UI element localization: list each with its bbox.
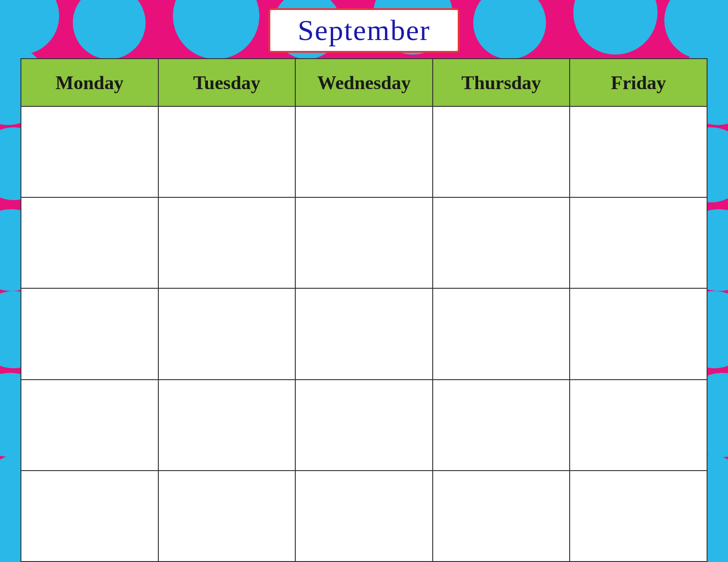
cell-row2-mon[interactable] — [21, 197, 158, 288]
cell-row5-tue[interactable] — [158, 471, 296, 562]
month-title-container: September — [268, 8, 460, 53]
calendar-row-3 — [21, 288, 707, 379]
cell-row1-wed[interactable] — [295, 106, 433, 197]
cell-row2-fri[interactable] — [570, 197, 707, 288]
header-wednesday: Wednesday — [295, 59, 433, 106]
cell-row2-wed[interactable] — [295, 197, 433, 288]
cell-row2-thu[interactable] — [433, 197, 570, 288]
cell-row5-thu[interactable] — [433, 471, 570, 562]
header-friday: Friday — [570, 59, 707, 106]
header-monday: Monday — [21, 59, 158, 106]
cell-row4-wed[interactable] — [295, 380, 433, 471]
calendar-grid: Monday Tuesday Wednesday Thursday Friday — [20, 58, 708, 562]
cell-row5-mon[interactable] — [21, 471, 158, 562]
header-thursday: Thursday — [433, 59, 570, 106]
cell-row3-thu[interactable] — [433, 288, 570, 379]
month-title: September — [298, 14, 430, 46]
calendar-row-4 — [21, 380, 707, 471]
cell-row1-fri[interactable] — [570, 106, 707, 197]
cell-row2-tue[interactable] — [158, 197, 296, 288]
calendar-row-1 — [21, 106, 707, 197]
cell-row5-fri[interactable] — [570, 471, 707, 562]
calendar-header-row: Monday Tuesday Wednesday Thursday Friday — [21, 59, 707, 106]
cell-row3-wed[interactable] — [295, 288, 433, 379]
cell-row5-wed[interactable] — [295, 471, 433, 562]
cell-row4-thu[interactable] — [433, 380, 570, 471]
cell-row1-mon[interactable] — [21, 106, 158, 197]
cell-row1-tue[interactable] — [158, 106, 296, 197]
cell-row3-mon[interactable] — [21, 288, 158, 379]
cell-row1-thu[interactable] — [433, 106, 570, 197]
calendar-row-2 — [21, 197, 707, 288]
header-tuesday: Tuesday — [158, 59, 296, 106]
cell-row4-fri[interactable] — [570, 380, 707, 471]
calendar-wrapper: September Monday Tuesday Wednesday Thurs… — [20, 0, 708, 562]
cell-row4-tue[interactable] — [158, 380, 296, 471]
cell-row4-mon[interactable] — [21, 380, 158, 471]
cell-row3-tue[interactable] — [158, 288, 296, 379]
calendar-row-5 — [21, 471, 707, 562]
cell-row3-fri[interactable] — [570, 288, 707, 379]
